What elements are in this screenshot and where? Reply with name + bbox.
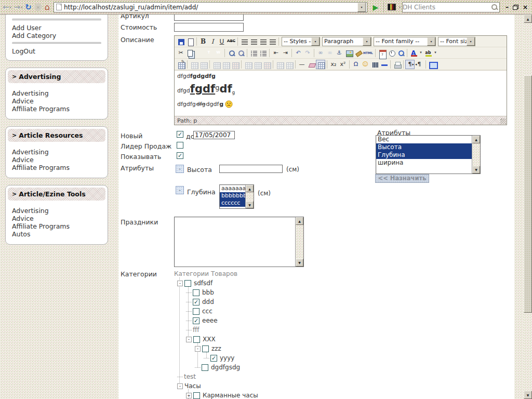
new-checkbox[interactable] (177, 131, 183, 138)
sidebar-link-add-category[interactable]: Add Category (12, 32, 101, 39)
tree-checkbox[interactable] (202, 364, 208, 371)
cut-icon[interactable]: ✂ (176, 48, 185, 58)
print-icon[interactable] (392, 60, 402, 69)
insert-date-icon[interactable] (377, 48, 387, 58)
sidebar-link[interactable]: Advertising (12, 89, 101, 97)
reload-button[interactable]: ↻ (24, 2, 32, 13)
scroll-track[interactable] (472, 143, 480, 166)
forward-dropdown-icon[interactable]: ▾ (21, 5, 22, 9)
tree-node-label[interactable]: eeee (202, 317, 218, 324)
scroll-track[interactable] (246, 192, 254, 201)
listbox-option[interactable]: ширина (376, 159, 472, 167)
scroll-up-button[interactable]: ▲ (472, 136, 480, 143)
search-icon[interactable] (491, 4, 498, 11)
listbox-option[interactable]: bbbbbbb (220, 192, 245, 200)
unlink-icon[interactable]: ∞ (325, 48, 335, 58)
scroll-down-button[interactable]: ▼ (246, 201, 254, 208)
listbox-option[interactable]: cccccc (220, 200, 245, 207)
sidebar-link[interactable]: Autos (12, 230, 101, 238)
tree-expand-toggle[interactable]: - (195, 346, 201, 352)
sidebar-link[interactable]: Affiliate Programs (12, 222, 101, 230)
sidebar-link[interactable]: Affiliate Programs (12, 105, 101, 113)
cost-input[interactable] (174, 23, 244, 32)
tree-checkbox[interactable] (193, 317, 200, 324)
copy-icon[interactable] (185, 48, 195, 58)
tree-node-label[interactable]: ccc (202, 308, 212, 315)
tree-checkbox[interactable] (184, 280, 191, 287)
tree-node-label[interactable]: ddd (202, 298, 214, 305)
search-box[interactable] (402, 2, 500, 12)
visual-aid-icon[interactable] (316, 60, 325, 69)
scroll-down-button[interactable]: ▼ (296, 259, 303, 267)
underline-icon[interactable]: U (217, 37, 227, 46)
sidebar-link[interactable]: Advice (12, 215, 101, 222)
tree-expand-toggle[interactable]: - (186, 337, 192, 342)
chevron-down-icon[interactable]: ▾ (467, 37, 475, 46)
numbered-list-icon[interactable] (258, 48, 268, 58)
find-replace-icon[interactable] (236, 48, 245, 58)
paste-text-icon[interactable]: T (204, 48, 214, 58)
listbox-option[interactable]: Высота (376, 143, 472, 151)
url-input[interactable] (64, 4, 357, 11)
attributes-scrollbar[interactable]: ▲ ▼ (472, 136, 480, 174)
bestseller-checkbox[interactable] (177, 142, 183, 149)
scroll-down-button[interactable]: ▼ (472, 166, 480, 174)
search-input[interactable] (403, 4, 491, 11)
tree-node-label[interactable]: test (184, 373, 196, 380)
find-icon[interactable] (227, 48, 236, 58)
remove-height-attribute-button[interactable]: - (176, 165, 184, 173)
anchor-icon[interactable]: ⚓ (335, 48, 344, 58)
tree-node-label[interactable]: XXX (203, 336, 216, 343)
tree-node-label[interactable]: dgdfgsdg (211, 364, 240, 371)
close-button[interactable]: × (523, 4, 528, 10)
articul-input[interactable] (174, 15, 244, 21)
browser-scrollbar[interactable]: ▲ ▼ (524, 15, 532, 399)
scroll-up-button[interactable]: ▲ (524, 15, 532, 23)
sidebar-link[interactable]: Advertising (12, 207, 101, 215)
save-icon[interactable] (176, 37, 185, 46)
listbox-option[interactable]: Вес (376, 136, 472, 143)
show-checkbox[interactable] (177, 152, 183, 159)
holidays-multiselect[interactable]: ▲ ▼ (174, 217, 304, 267)
tree-checkbox[interactable] (210, 355, 217, 362)
tree-node-label[interactable]: zzz (211, 345, 221, 352)
tree-checkbox[interactable] (193, 336, 200, 343)
scroll-thumb[interactable] (524, 75, 532, 313)
tree-expand-toggle[interactable]: - (177, 383, 183, 389)
holidays-scrollbar[interactable]: ▲ ▼ (295, 217, 303, 267)
chevron-down-icon[interactable]: ▾ (427, 37, 435, 46)
tree-node-label[interactable]: Часы (184, 382, 201, 390)
tree-node-label[interactable]: fff (193, 326, 200, 334)
sidebar-link[interactable]: Advertising (12, 148, 101, 156)
font-family-dropdown[interactable]: -- Font family --▾ (374, 37, 436, 46)
back-button[interactable]: ←▾ (2, 2, 12, 13)
backcolor-icon[interactable]: ab (423, 48, 433, 58)
insert-time-icon[interactable] (387, 48, 396, 58)
sidebar-link-logout[interactable]: LogOut (12, 47, 101, 55)
back-dropdown-icon[interactable]: ▾ (10, 5, 11, 9)
depth-multiselect[interactable]: aaaaaaabbbbbbbcccccc ▲ ▼ (219, 184, 254, 209)
tree-checkbox[interactable] (193, 289, 200, 296)
charmap-icon[interactable]: Ω (351, 60, 361, 69)
new-date-input[interactable] (193, 131, 235, 139)
html-icon[interactable]: HTML (363, 48, 374, 58)
tree-node-label[interactable]: sdfsdf (194, 280, 212, 287)
indent-icon[interactable]: ⇥ (281, 48, 290, 58)
paste-icon[interactable] (195, 48, 204, 58)
rtl-icon[interactable]: ¶ (415, 60, 424, 69)
remove-format-icon[interactable] (307, 60, 316, 69)
align-justify-icon[interactable] (268, 37, 277, 46)
tree-node-label[interactable]: Карманные часы (203, 392, 258, 399)
listbox-option[interactable]: aaaaaaa (220, 185, 245, 192)
assign-attributes-button[interactable]: << Назначить (375, 174, 429, 183)
media-icon[interactable] (370, 60, 379, 69)
sidebar-section-header[interactable]: >Advertising (8, 70, 105, 83)
url-history-dropdown[interactable]: ▾ (357, 3, 366, 12)
search-engine-dropdown-icon[interactable]: ▾ (399, 5, 401, 9)
font-size-dropdown[interactable]: -- Font size --▾ (438, 37, 475, 46)
insert-table-icon[interactable] (176, 60, 185, 69)
url-bar[interactable]: ▾ (54, 2, 367, 12)
tree-checkbox[interactable] (202, 345, 209, 352)
resize-grip[interactable] (500, 118, 506, 124)
home-button[interactable]: ⌂ (44, 2, 50, 13)
